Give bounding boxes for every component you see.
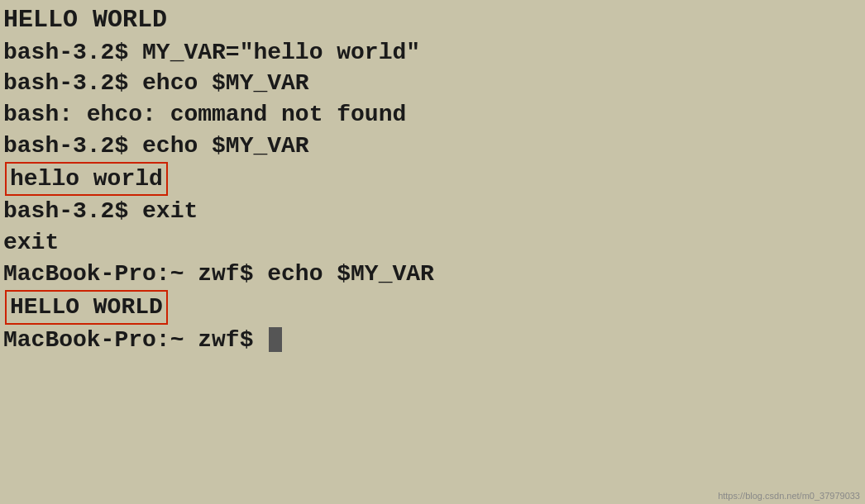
hello-world-upper-highlight: HELLO WORLD xyxy=(5,290,168,325)
terminal-line-5: hello world xyxy=(0,162,865,197)
terminal-line-7: exit xyxy=(0,227,865,259)
terminal-line-1: bash-3.2$ MY_VAR="hello world" xyxy=(0,37,865,69)
terminal-window: HELLO WORLD bash-3.2$ MY_VAR="hello worl… xyxy=(0,0,865,504)
hello-world-highlight: hello world xyxy=(5,162,168,197)
cursor-block xyxy=(269,327,282,352)
terminal-line-8: MacBook-Pro:~ zwf$ echo $MY_VAR xyxy=(0,259,865,290)
terminal-line-10: MacBook-Pro:~ zwf$ xyxy=(0,325,865,356)
terminal-line-top: HELLO WORLD xyxy=(0,3,865,37)
terminal-line-2: bash-3.2$ ehco $MY_VAR xyxy=(0,68,865,99)
terminal-line-3: bash: ehco: command not found xyxy=(0,99,865,131)
terminal-line-6: bash-3.2$ exit xyxy=(0,196,865,227)
terminal-line-9: HELLO WORLD xyxy=(0,290,865,325)
terminal-line-4: bash-3.2$ echo $MY_VAR xyxy=(0,131,865,162)
watermark: https://blog.csdn.net/m0_37979033 xyxy=(718,491,860,501)
